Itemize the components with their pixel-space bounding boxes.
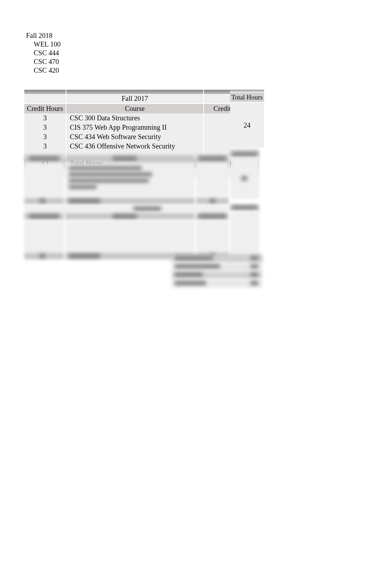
top-course-item: WEL 100	[34, 40, 61, 49]
top-course-item: CSC 444	[34, 49, 61, 57]
top-course-item: CSC 420	[34, 66, 61, 75]
credit-hours-cell: 3	[24, 113, 66, 123]
course-cell: CSC 436 Offensive Network Security	[66, 142, 204, 151]
total-hours-header: Total Hours	[230, 92, 264, 102]
top-semester-label: Fall 2018	[26, 31, 61, 40]
obscured-summary	[172, 255, 262, 288]
column-header-credit-hours: Credit Hours	[24, 104, 66, 113]
top-course-item: CSC 470	[34, 57, 61, 66]
course-cell: CIS 375 Web App Programming II	[66, 123, 204, 132]
credit-hours-cell: 3	[24, 132, 66, 142]
column-header-course: Course	[66, 104, 204, 113]
totals-column: Total Hours 24	[230, 90, 259, 148]
course-cell: CSC 300 Data Structures	[66, 113, 204, 123]
top-course-list: Fall 2018 WEL 100 CSC 444 CSC 470 CSC 42…	[26, 31, 61, 75]
semester-title: Fall 2017	[66, 94, 204, 104]
total-hours-value: 24	[230, 102, 264, 148]
credit-hours-cell: 3	[24, 123, 66, 132]
credit-hours-cell: 3	[24, 142, 66, 151]
course-cell: CSC 434 Web Software Security	[66, 132, 204, 142]
